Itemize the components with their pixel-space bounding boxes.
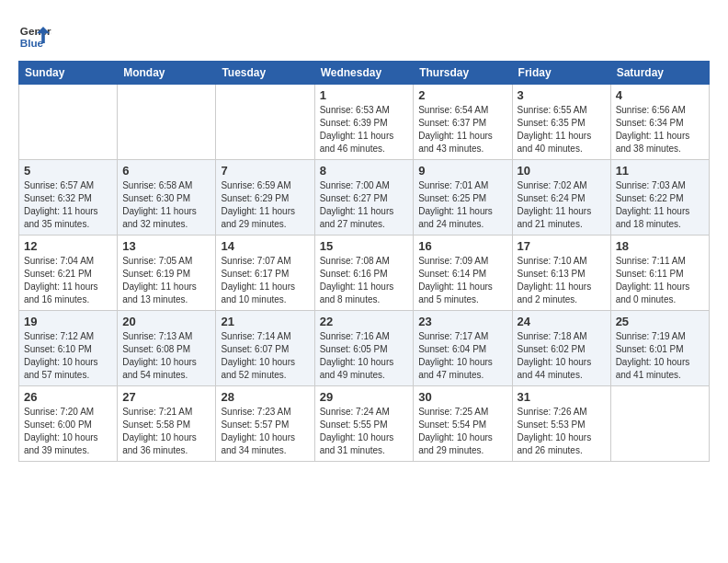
day-info: Sunrise: 7:16 AM Sunset: 6:05 PM Dayligh… [320,330,409,382]
calendar-day-cell: 4Sunrise: 6:56 AM Sunset: 6:34 PM Daylig… [610,85,709,160]
weekday-header-monday: Monday [118,62,216,85]
calendar-day-cell: 7Sunrise: 6:59 AM Sunset: 6:29 PM Daylig… [216,160,314,236]
day-info: Sunrise: 7:09 AM Sunset: 6:14 PM Dayligh… [418,255,506,306]
day-info: Sunrise: 7:19 AM Sunset: 6:01 PM Dayligh… [616,330,704,382]
day-info: Sunrise: 7:05 AM Sunset: 6:19 PM Dayligh… [122,255,210,306]
day-info: Sunrise: 7:00 AM Sunset: 6:27 PM Dayligh… [320,179,409,231]
calendar-day-cell: 9Sunrise: 7:01 AM Sunset: 6:25 PM Daylig… [414,160,512,236]
day-number: 29 [320,390,409,404]
day-info: Sunrise: 7:24 AM Sunset: 5:55 PM Dayligh… [320,406,409,457]
day-number: 1 [320,88,409,102]
calendar-day-cell: 13Sunrise: 7:05 AM Sunset: 6:19 PM Dayli… [118,236,216,311]
day-number: 12 [24,239,112,253]
day-info: Sunrise: 6:55 AM Sunset: 6:35 PM Dayligh… [518,104,606,155]
calendar-week-row: 5Sunrise: 6:57 AM Sunset: 6:32 PM Daylig… [19,160,710,236]
weekday-header-saturday: Saturday [610,62,709,85]
day-info: Sunrise: 7:21 AM Sunset: 5:58 PM Dayligh… [122,406,210,457]
day-number: 17 [518,239,606,253]
calendar-table: SundayMondayTuesdayWednesdayThursdayFrid… [18,61,710,462]
day-number: 2 [418,88,506,102]
day-info: Sunrise: 7:26 AM Sunset: 5:53 PM Dayligh… [518,406,606,457]
calendar-day-cell [610,386,709,462]
day-number: 9 [418,164,506,178]
day-number: 23 [418,315,506,328]
day-info: Sunrise: 7:03 AM Sunset: 6:22 PM Dayligh… [616,179,704,231]
calendar-day-cell: 26Sunrise: 7:20 AM Sunset: 6:00 PM Dayli… [19,386,118,462]
day-info: Sunrise: 7:04 AM Sunset: 6:21 PM Dayligh… [24,255,112,306]
calendar-week-row: 26Sunrise: 7:20 AM Sunset: 6:00 PM Dayli… [19,386,710,462]
calendar-day-cell: 16Sunrise: 7:09 AM Sunset: 6:14 PM Dayli… [414,236,512,311]
day-info: Sunrise: 7:14 AM Sunset: 6:07 PM Dayligh… [221,330,309,382]
logo: General Blue [18,18,51,52]
weekday-header-thursday: Thursday [414,62,512,85]
calendar-day-cell: 24Sunrise: 7:18 AM Sunset: 6:02 PM Dayli… [512,311,610,386]
calendar-day-cell [118,85,216,160]
day-number: 28 [221,390,309,404]
day-info: Sunrise: 6:57 AM Sunset: 6:32 PM Dayligh… [24,179,112,231]
svg-text:Blue: Blue [20,37,44,49]
calendar-day-cell: 22Sunrise: 7:16 AM Sunset: 6:05 PM Dayli… [314,311,414,386]
weekday-header-row: SundayMondayTuesdayWednesdayThursdayFrid… [19,62,710,85]
day-info: Sunrise: 6:58 AM Sunset: 6:30 PM Dayligh… [122,179,210,231]
calendar-day-cell: 5Sunrise: 6:57 AM Sunset: 6:32 PM Daylig… [19,160,118,236]
logo-icon: General Blue [18,18,51,52]
day-number: 18 [616,239,704,253]
day-number: 30 [418,390,506,404]
calendar-day-cell: 2Sunrise: 6:54 AM Sunset: 6:37 PM Daylig… [414,85,512,160]
day-number: 19 [24,315,112,328]
calendar-day-cell: 17Sunrise: 7:10 AM Sunset: 6:13 PM Dayli… [512,236,610,311]
calendar-week-row: 1Sunrise: 6:53 AM Sunset: 6:39 PM Daylig… [19,85,710,160]
calendar-day-cell: 31Sunrise: 7:26 AM Sunset: 5:53 PM Dayli… [512,386,610,462]
day-info: Sunrise: 7:10 AM Sunset: 6:13 PM Dayligh… [518,255,606,306]
day-number: 13 [122,239,210,253]
calendar-day-cell: 10Sunrise: 7:02 AM Sunset: 6:24 PM Dayli… [512,160,610,236]
day-number: 10 [518,164,606,178]
weekday-header-wednesday: Wednesday [314,62,414,85]
day-number: 31 [518,390,606,404]
calendar-day-cell: 6Sunrise: 6:58 AM Sunset: 6:30 PM Daylig… [118,160,216,236]
day-number: 6 [122,164,210,178]
day-number: 24 [518,315,606,328]
day-number: 3 [518,88,606,102]
calendar-day-cell: 25Sunrise: 7:19 AM Sunset: 6:01 PM Dayli… [610,311,709,386]
day-number: 15 [320,239,409,253]
day-number: 7 [221,164,309,178]
calendar-day-cell [19,85,118,160]
day-number: 11 [616,164,704,178]
calendar-day-cell: 18Sunrise: 7:11 AM Sunset: 6:11 PM Dayli… [610,236,709,311]
calendar-day-cell: 14Sunrise: 7:07 AM Sunset: 6:17 PM Dayli… [216,236,314,311]
calendar-week-row: 12Sunrise: 7:04 AM Sunset: 6:21 PM Dayli… [19,236,710,311]
calendar-day-cell: 3Sunrise: 6:55 AM Sunset: 6:35 PM Daylig… [512,85,610,160]
day-info: Sunrise: 7:13 AM Sunset: 6:08 PM Dayligh… [122,330,210,382]
day-info: Sunrise: 6:56 AM Sunset: 6:34 PM Dayligh… [616,104,704,155]
day-info: Sunrise: 7:11 AM Sunset: 6:11 PM Dayligh… [616,255,704,306]
day-info: Sunrise: 7:08 AM Sunset: 6:16 PM Dayligh… [320,255,409,306]
day-info: Sunrise: 7:07 AM Sunset: 6:17 PM Dayligh… [221,255,309,306]
day-number: 26 [24,390,112,404]
weekday-header-tuesday: Tuesday [216,62,314,85]
weekday-header-sunday: Sunday [19,62,118,85]
day-info: Sunrise: 7:25 AM Sunset: 5:54 PM Dayligh… [418,406,506,457]
calendar-day-cell: 23Sunrise: 7:17 AM Sunset: 6:04 PM Dayli… [414,311,512,386]
day-info: Sunrise: 7:20 AM Sunset: 6:00 PM Dayligh… [24,406,112,457]
day-number: 16 [418,239,506,253]
day-number: 4 [616,88,704,102]
calendar-day-cell [216,85,314,160]
day-number: 21 [221,315,309,328]
day-info: Sunrise: 7:02 AM Sunset: 6:24 PM Dayligh… [518,179,606,231]
calendar-week-row: 19Sunrise: 7:12 AM Sunset: 6:10 PM Dayli… [19,311,710,386]
day-number: 25 [616,315,704,328]
calendar-day-cell: 21Sunrise: 7:14 AM Sunset: 6:07 PM Dayli… [216,311,314,386]
day-number: 20 [122,315,210,328]
calendar-day-cell: 30Sunrise: 7:25 AM Sunset: 5:54 PM Dayli… [414,386,512,462]
day-number: 27 [122,390,210,404]
header: General Blue [18,18,710,52]
day-number: 5 [24,164,112,178]
calendar-day-cell: 15Sunrise: 7:08 AM Sunset: 6:16 PM Dayli… [314,236,414,311]
calendar-day-cell: 1Sunrise: 6:53 AM Sunset: 6:39 PM Daylig… [314,85,414,160]
day-info: Sunrise: 6:59 AM Sunset: 6:29 PM Dayligh… [221,179,309,231]
day-number: 14 [221,239,309,253]
calendar-day-cell: 29Sunrise: 7:24 AM Sunset: 5:55 PM Dayli… [314,386,414,462]
weekday-header-friday: Friday [512,62,610,85]
day-info: Sunrise: 7:12 AM Sunset: 6:10 PM Dayligh… [24,330,112,382]
